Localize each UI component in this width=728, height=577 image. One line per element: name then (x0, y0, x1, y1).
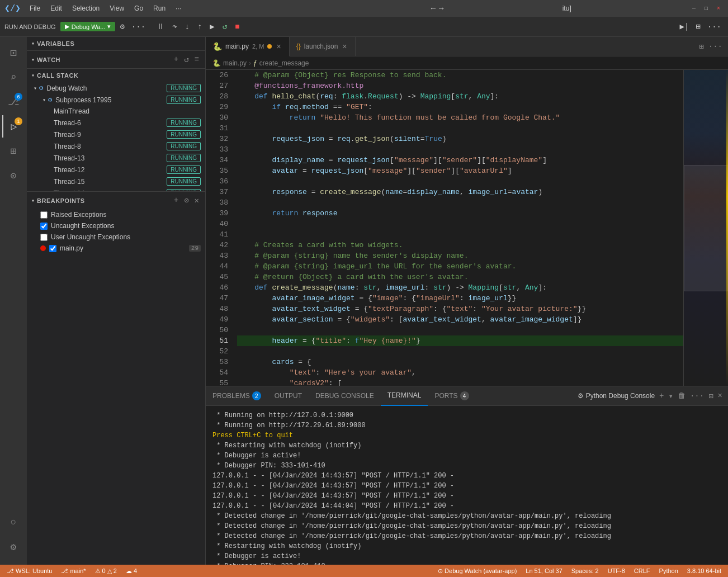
status-sync[interactable]: ☁ 4 (124, 567, 139, 575)
breadcrumb-create-message[interactable]: ƒ create_message (253, 59, 309, 67)
tab-problems[interactable]: PROBLEMS 2 (206, 386, 268, 406)
thread-12[interactable]: Thread-12 RUNNING (27, 164, 205, 176)
uncaught-exceptions-checkbox[interactable] (40, 223, 48, 230)
menu-file[interactable]: File (25, 3, 45, 13)
activity-explorer[interactable]: ⊡ (2, 41, 25, 64)
activity-testing[interactable]: ⊙ (2, 164, 25, 187)
thread-8[interactable]: Thread-8 RUNNING (27, 140, 205, 152)
terminal-line-4: * Restarting with watchdog (inotify) (212, 441, 721, 451)
mainpy-tab-close[interactable]: × (275, 41, 282, 51)
debug-settings-icon[interactable]: ⚙ (117, 21, 126, 32)
debug-console-tab-label: DEBUG CONSOLE (315, 392, 374, 400)
sync-icon: ☁ (126, 567, 132, 575)
panel-maximize-icon[interactable]: ⊡ (707, 390, 714, 402)
thread-6[interactable]: Thread-6 RUNNING (27, 117, 205, 129)
terminal-line-12: * Detected change in '/home/pierrick/git… (212, 521, 721, 531)
breakpoints-deactivate-icon[interactable]: ⊘ (182, 195, 190, 206)
watch-refresh-icon[interactable]: ↺ (182, 54, 190, 65)
menu-selection[interactable]: Selection (68, 3, 104, 13)
status-cursor-position[interactable]: Ln 51, Col 37 (523, 567, 564, 574)
thread-13[interactable]: Thread-13 RUNNING (27, 152, 205, 164)
editor-split-icon[interactable]: ⊞ (698, 41, 705, 53)
menu-run[interactable]: Run (149, 3, 170, 13)
start-debugging-button[interactable]: ▶ Debug Wa... ▾ (60, 22, 116, 31)
subprocess-arrow: ▾ (42, 97, 46, 103)
menu-go[interactable]: Go (130, 3, 148, 13)
watch-header[interactable]: ▾ WATCH + ↺ ≡ (27, 51, 205, 68)
panel-more-icon[interactable]: ▾ (668, 390, 674, 402)
thread-9[interactable]: Thread-9 RUNNING (27, 129, 205, 140)
step-over-icon[interactable]: ↷ (170, 21, 179, 32)
restart-icon[interactable]: ↺ (220, 21, 229, 32)
user-uncaught-exceptions-checkbox[interactable] (40, 234, 48, 241)
thread-15[interactable]: Thread-15 RUNNING (27, 176, 205, 187)
tab-debug-console[interactable]: DEBUG CONSOLE (309, 386, 381, 406)
activity-run-debug[interactable]: ▷ 1 (2, 115, 25, 138)
raised-exceptions-checkbox[interactable] (40, 211, 48, 219)
continue-icon[interactable]: ▶ (207, 21, 216, 32)
debug-more2-icon[interactable]: ··· (705, 21, 724, 32)
panel-more2-icon[interactable]: ··· (689, 390, 705, 401)
debug-more-icon[interactable]: ··· (129, 21, 148, 32)
debug-watch-group[interactable]: ▾ ⚙ Debug Watch RUNNING (27, 82, 205, 94)
status-debug-session[interactable]: ⊙ Debug Watch (avatar-app) (436, 567, 519, 575)
close-button[interactable]: × (713, 4, 724, 13)
debug-layout-icon[interactable]: ⊞ (693, 21, 702, 32)
variables-header[interactable]: ▾ VARIABLES (27, 37, 205, 50)
maximize-button[interactable]: □ (701, 4, 711, 13)
panel-close-icon[interactable]: × (717, 390, 724, 401)
nav-forward-button[interactable]: → (438, 3, 445, 14)
tab-launchjson[interactable]: {} launch.json × (290, 37, 356, 56)
thread-mainthread[interactable]: MainThread (27, 106, 205, 117)
breakpoints-add-icon[interactable]: + (172, 195, 180, 206)
status-python-version[interactable]: 3.8.10 64-bit (685, 567, 724, 574)
nav-back-button[interactable]: ← (430, 3, 437, 14)
thread-14[interactable]: Thread-14 RUNNING (27, 187, 205, 191)
launchjson-tab-close[interactable]: × (341, 41, 348, 51)
tab-output[interactable]: OUTPUT (268, 386, 309, 406)
status-language[interactable]: Python (657, 567, 680, 574)
tab-mainpy[interactable]: 🐍 main.py 2, M × (206, 37, 290, 56)
run-debug-label: RUN AND DEBUG (4, 23, 56, 30)
step-into-icon[interactable]: ↓ (183, 21, 192, 32)
callstack-header[interactable]: ▾ CALL STACK (27, 69, 205, 82)
menu-view[interactable]: View (105, 3, 129, 13)
minimap-slider[interactable] (684, 165, 728, 291)
code-content[interactable]: # @param {Object} res Response to send b… (233, 70, 683, 386)
step-out-icon[interactable]: ↑ (195, 21, 204, 32)
debug-split-icon[interactable]: ▶| (678, 21, 692, 32)
breadcrumb-separator: › (249, 59, 251, 67)
status-line-endings[interactable]: CRLF (632, 567, 653, 574)
watch-collapse-icon[interactable]: ≡ (193, 54, 201, 65)
editor-more-icon[interactable]: ··· (707, 41, 724, 53)
stop-icon[interactable]: ■ (233, 21, 242, 32)
tab-terminal[interactable]: TERMINAL (381, 386, 428, 406)
menu-more[interactable]: ··· (171, 3, 186, 13)
code-line-30: return "Hello! This function must be cal… (237, 112, 683, 123)
subprocess-group[interactable]: ▾ ⚙ Subprocess 17995 RUNNING (27, 94, 205, 106)
activity-accounts[interactable]: ○ (2, 511, 25, 533)
menu-edit[interactable]: Edit (46, 3, 67, 13)
status-wsl[interactable]: ⎇ WSL: Ubuntu (4, 567, 54, 575)
tab-ports[interactable]: PORTS 4 (428, 386, 475, 406)
breakpoints-remove-all-icon[interactable]: ✕ (193, 195, 201, 206)
breadcrumb-mainpy[interactable]: 🐍 main.py (212, 59, 247, 67)
mainpy-checkbox[interactable] (49, 245, 56, 252)
status-spaces[interactable]: Spaces: 2 (569, 567, 601, 574)
activity-settings[interactable]: ⚙ (2, 536, 25, 558)
activity-extensions[interactable]: ⊞ (2, 140, 25, 162)
panel-add-icon[interactable]: + (658, 390, 665, 401)
terminal-content[interactable]: * Running on http://127.0.0.1:9000 * Run… (206, 406, 728, 565)
minimize-button[interactable]: ─ (689, 4, 699, 13)
status-encoding[interactable]: UTF-8 (606, 567, 627, 574)
status-errors[interactable]: ⚠ 0 △ 2 (93, 567, 119, 575)
activity-source-control[interactable]: ⎇ 6 (2, 91, 25, 113)
status-branch[interactable]: ⎇ main* (59, 567, 88, 575)
activity-search[interactable]: ⌕ (2, 66, 25, 88)
code-line-48: avatar_text_widget = {"textParagraph": {… (237, 304, 683, 314)
panel-clear-icon[interactable]: 🗑 (677, 390, 687, 401)
watch-add-icon[interactable]: + (172, 54, 180, 65)
ln-38: 38 (206, 197, 228, 208)
pause-icon[interactable]: ⏸ (154, 21, 167, 32)
breakpoints-header[interactable]: ▾ BREAKPOINTS + ⊘ ✕ (27, 192, 205, 209)
